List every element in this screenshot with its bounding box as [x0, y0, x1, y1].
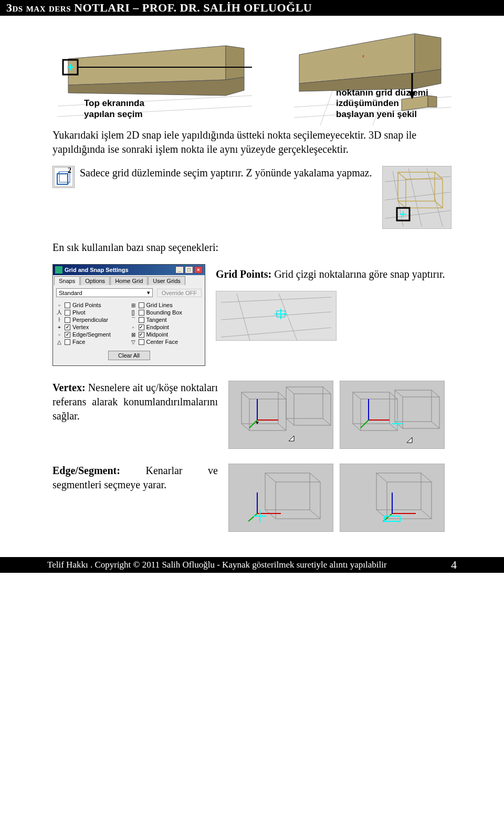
tab-options[interactable]: Options: [80, 276, 110, 285]
svg-rect-46: [55, 266, 62, 274]
para2-with-icon: 2 Sadece grid düzleminde seçim yaptırır.…: [52, 166, 376, 188]
perpendicular-icon: ㅏ: [56, 317, 62, 323]
opt-bounding-box: Bounding Box: [146, 309, 183, 316]
pivot-icon: 人: [56, 309, 62, 316]
opt-center-face: Center Face: [146, 339, 178, 345]
dialog-body: Standard ▾ Override OFF ▫Grid Points 人Pi…: [53, 285, 205, 365]
figure-right-caption: noktanın grid düzlemi izdüşümünden başla…: [336, 88, 428, 120]
bounding-box-checkbox[interactable]: [139, 310, 144, 316]
vertex-checkbox[interactable]: ✓: [65, 324, 70, 330]
vertex-thumb-1: [228, 381, 333, 449]
figure-right: z noktanın grid düzlemi izdüşümünden baş…: [294, 28, 452, 120]
bounding-box-icon: []: [130, 309, 136, 316]
figure-left: Top ekranında yapılan seçim: [52, 33, 252, 120]
snap-settings-dialog: Grid and Snap Settings _ □ × Snaps Optio…: [52, 264, 205, 366]
svg-marker-16: [415, 34, 441, 73]
midpoint-icon: ⊠: [130, 331, 136, 338]
edge-segment-checkbox[interactable]: ✓: [65, 332, 70, 338]
perpendicular-checkbox[interactable]: [65, 317, 70, 323]
fig-right-caption-1: noktanın grid düzlemi: [336, 88, 428, 98]
svg-rect-56: [228, 381, 333, 449]
opt-vertex: Vertex: [72, 324, 89, 330]
edge-thumb-2: [340, 464, 445, 532]
vertex-text: Vertex: Nesnelere ait uç/köşe noktaları …: [52, 381, 218, 449]
dialog-app-icon: [55, 266, 62, 274]
dialog-title: Grid and Snap Settings: [65, 267, 129, 273]
edge-thumb-1: [228, 464, 333, 532]
opt-endpoint: Endpoint: [146, 324, 169, 330]
center-face-icon: ▽: [130, 339, 136, 345]
grid-lines-checkbox[interactable]: [139, 302, 144, 308]
midpoint-checkbox[interactable]: ✓: [139, 332, 144, 338]
figures-row-top: Top ekranında yapılan seçim: [52, 28, 452, 120]
vertex-section: Vertex: Nesnelere ait uç/köşe noktaları …: [52, 381, 452, 449]
snap-2-icon: 2: [52, 166, 75, 188]
opt-midpoint: Midpoint: [146, 331, 169, 338]
grid-points-explanation: Grid Points: Grid çizgi noktalarına göre…: [216, 264, 452, 343]
vertex-images: [228, 381, 445, 449]
footer-bar: Telif Hakkı . Copyright © 2011 Salih Ofl…: [0, 557, 504, 573]
chevron-down-icon: ▾: [147, 289, 150, 296]
grid-points-label: Grid Points:: [216, 268, 271, 280]
minimize-button[interactable]: _: [175, 266, 184, 274]
options-col-right: ⊞Grid Lines []Bounding Box ⌒Tangent ▫✓En…: [130, 301, 202, 345]
dialog-tabs: Snaps Options Home Grid User Grids: [53, 275, 205, 285]
dropdown-value: Standard: [59, 290, 82, 296]
opt-edge-segment: Edge/Segment: [72, 331, 111, 338]
vertex-thumb-2: [340, 381, 445, 449]
svg-marker-19: [428, 96, 437, 107]
pivot-checkbox[interactable]: [65, 310, 70, 316]
face-checkbox[interactable]: [65, 339, 70, 345]
close-button[interactable]: ×: [194, 266, 203, 274]
maximize-button[interactable]: □: [185, 266, 193, 274]
svg-marker-2: [226, 46, 244, 80]
header-bar: 3ds max ders NOTLARI – PROF. DR. SALİH O…: [0, 0, 504, 16]
svg-text:2: 2: [68, 166, 71, 174]
grid-points-thumb: [216, 291, 337, 341]
tab-snaps[interactable]: Snaps: [54, 276, 80, 285]
grid-lines-icon: ⊞: [130, 302, 136, 308]
svg-rect-93: [228, 464, 333, 532]
edge-segment-icon: ▫: [56, 331, 62, 338]
tangent-checkbox[interactable]: [139, 317, 144, 323]
vertex-label: Vertex:: [52, 382, 86, 393]
edge-section: Edge/Segment: Kenarlar ve segmentleri se…: [52, 464, 452, 532]
tab-user-grids[interactable]: User Grids: [148, 276, 185, 285]
options-columns: ▫Grid Points 人Pivot ㅏPerpendicular +✓Ver…: [56, 301, 202, 345]
opt-grid-points: Grid Points: [72, 302, 101, 308]
fig-right-caption-3: başlayan yeni şekil: [336, 109, 428, 120]
opt-perpendicular: Perpendicular: [72, 317, 108, 323]
opt-tangent: Tangent: [146, 317, 167, 323]
svg-rect-30: [382, 166, 452, 229]
opt-face: Face: [72, 339, 85, 345]
svg-text:z: z: [362, 53, 364, 58]
edge-label: Edge/Segment:: [52, 465, 120, 476]
opt-grid-lines: Grid Lines: [146, 302, 173, 308]
svg-rect-74: [340, 381, 445, 449]
figure-left-caption: Top ekranında yapılan seçim: [84, 98, 144, 120]
center-face-checkbox[interactable]: [139, 339, 144, 345]
opt-pivot: Pivot: [72, 309, 85, 316]
endpoint-checkbox[interactable]: ✓: [139, 324, 144, 330]
endpoint-icon: ▫: [130, 324, 136, 330]
tangent-icon: ⌒: [130, 317, 136, 323]
grid-points-line: Grid Points: Grid çizgi noktalarına göre…: [216, 267, 452, 281]
tab-home-grid[interactable]: Home Grid: [110, 276, 148, 285]
grid-points-icon: ▫: [56, 302, 62, 308]
clear-all-button[interactable]: Clear All: [108, 351, 150, 360]
override-label: Override OFF: [157, 289, 202, 297]
footer-copyright: Telif Hakkı . Copyright © 2011 Salih Ofl…: [47, 560, 387, 570]
snap-type-dropdown[interactable]: Standard ▾: [56, 288, 153, 297]
dialog-section: Grid and Snap Settings _ □ × Snaps Optio…: [52, 264, 452, 366]
grid-2d-thumb: [382, 166, 452, 229]
header-title: 3ds max ders NOTLARI – PROF. DR. SALİH O…: [6, 1, 312, 14]
edge-images: [228, 464, 445, 532]
options-col-left: ▫Grid Points 人Pivot ㅏPerpendicular +✓Ver…: [56, 301, 128, 345]
grid-points-checkbox[interactable]: [65, 302, 70, 308]
fig-right-caption-2: izdüşümünden: [336, 98, 428, 109]
edge-text: Edge/Segment: Kenarlar ve segmentleri se…: [52, 464, 218, 532]
paragraph-1: Yukarıdaki işlem 2D snap iele yapıldığın…: [52, 128, 452, 156]
vertex-icon: +: [56, 324, 62, 330]
page-number: 4: [451, 558, 457, 572]
content: Top ekranında yapılan seçim: [0, 16, 504, 557]
